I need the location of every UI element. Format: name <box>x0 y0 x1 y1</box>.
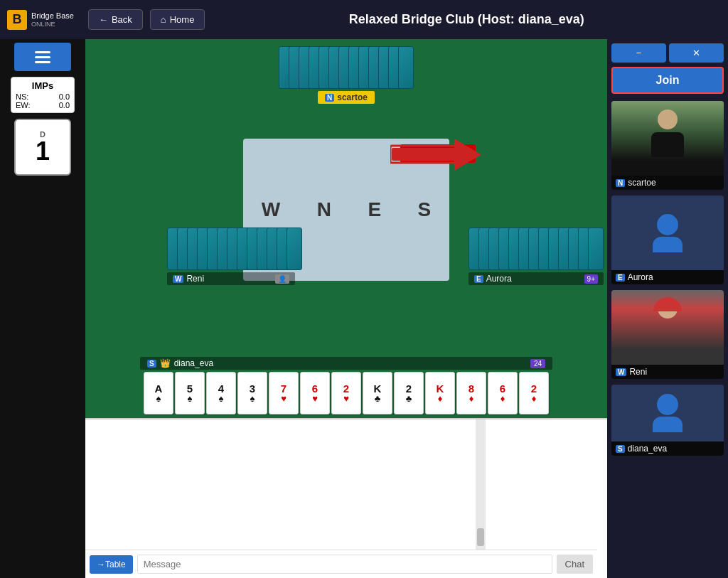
avatar-body <box>653 237 682 252</box>
message-input[interactable] <box>137 555 552 574</box>
north-letter: N <box>317 198 331 221</box>
logo-b-icon: B <box>7 10 27 30</box>
player-card-diana: S diana_eva <box>611 385 724 456</box>
logo-area: B Bridge Base ONLINE <box>7 10 74 30</box>
content-row: IMPs NS: 0.0 EW: 0.0 D 1 <box>0 39 728 578</box>
score-box: IMPs NS: 0.0 EW: 0.0 <box>11 77 75 113</box>
card-K-clubs[interactable]: K♣ <box>363 372 392 414</box>
card-K-diamonds[interactable]: K♦ <box>425 372 455 414</box>
diana-pos-badge: S <box>616 445 625 453</box>
dealer-box: D 1 <box>14 119 71 176</box>
south-score-badge: 24 <box>530 359 545 368</box>
east-player-name: Aurora <box>486 274 512 284</box>
reni-name: Reni <box>629 367 647 377</box>
north-player-badge: N scartoe <box>318 91 375 104</box>
header: B Bridge Base ONLINE ← Back ⌂ Home Relax… <box>0 0 728 39</box>
back-button[interactable]: ← Back <box>88 9 143 30</box>
player-name-strip-diana: S diana_eva <box>611 441 724 456</box>
right-top-buttons: − ✕ <box>607 39 728 67</box>
ew-label: EW: <box>16 101 31 109</box>
ns-value: 0.0 <box>59 92 70 101</box>
player-photo-reni <box>611 290 724 365</box>
left-panel: IMPs NS: 0.0 EW: 0.0 D 1 <box>0 39 85 578</box>
back-arrow-icon: ← <box>99 14 108 25</box>
avatar-head <box>657 394 678 415</box>
player-card-scartoe: N scartoe <box>611 101 724 190</box>
home-button[interactable]: ⌂ Home <box>150 9 205 30</box>
card-back <box>588 228 604 270</box>
home-icon: ⌂ <box>161 14 166 25</box>
south-letter: S <box>418 198 432 221</box>
close-button[interactable]: ✕ <box>669 43 724 63</box>
game-table: N scartoe W N E S <box>85 39 607 418</box>
dealer-number: 1 <box>36 139 50 164</box>
card-4-spades[interactable]: 4♠ <box>206 372 236 414</box>
scartoe-name: scartoe <box>628 178 655 188</box>
north-player-name: scartoe <box>337 92 368 102</box>
card-7-hearts[interactable]: 7♥ <box>269 372 299 414</box>
game-panel: N scartoe W N E S <box>85 39 607 578</box>
svg-rect-0 <box>392 148 456 161</box>
card-8-diamonds[interactable]: 8♦ <box>456 372 486 414</box>
west-hand: W Reni 👤 <box>167 228 302 285</box>
card-2-hearts[interactable]: 2♥ <box>331 372 361 414</box>
aurora-name: Aurora <box>628 272 653 282</box>
scrollbar-thumb[interactable] <box>477 528 484 546</box>
scrollbar[interactable] <box>476 419 486 550</box>
chat-send-button[interactable]: Chat <box>557 555 593 574</box>
card-A-spades[interactable]: A♠ <box>144 372 173 414</box>
card-5-spades[interactable]: 5♠ <box>175 372 205 414</box>
ns-label: NS: <box>16 92 28 101</box>
chat-input-row: →Table Chat <box>85 550 597 578</box>
reni-pos-badge: W <box>616 368 626 376</box>
logo-text: Bridge Base ONLINE <box>31 11 74 28</box>
menu-button[interactable] <box>14 43 71 71</box>
minimize-button[interactable]: − <box>611 43 666 63</box>
score-title: IMPs <box>16 80 70 91</box>
south-pos-badge: S <box>147 360 156 368</box>
west-pos-badge: W <box>173 275 183 283</box>
join-button[interactable]: Join <box>611 67 724 94</box>
card-back <box>398 46 414 89</box>
right-panel: − ✕ Join N scartoe <box>607 39 728 578</box>
west-player-badge: W Reni 👤 <box>167 272 295 285</box>
player-photo-scartoe <box>611 101 724 176</box>
south-cards: A♠ 5♠ 4♠ 3♠ <box>144 372 549 414</box>
aurora-avatar <box>611 196 724 270</box>
west-icon: 👤 <box>275 274 289 284</box>
page-title: Relaxed Bridge Club (Host: diana_eva) <box>212 12 721 27</box>
card-6-diamonds[interactable]: 6♦ <box>488 372 518 414</box>
card-2-clubs[interactable]: 2♣ <box>394 372 424 414</box>
card-back <box>287 228 302 270</box>
aurora-avatar-icon <box>653 214 682 252</box>
diana-avatar <box>611 385 724 441</box>
east-hand: E Aurora 9+ <box>469 228 604 285</box>
hamburger-icon <box>35 56 50 58</box>
arrow-indicator <box>390 135 483 177</box>
aurora-pos-badge: E <box>616 274 625 282</box>
card-2-diamonds[interactable]: 2♦ <box>519 372 549 414</box>
north-pos-badge: N <box>325 94 334 102</box>
east-pos-badge: E <box>474 275 483 283</box>
ew-value: 0.0 <box>59 101 70 109</box>
west-player-name: Reni <box>186 274 204 284</box>
diana-name: diana_eva <box>628 444 667 454</box>
east-score-badge: 9+ <box>584 274 598 284</box>
west-cards <box>167 228 302 270</box>
bottom-section: →Table Chat <box>85 418 607 578</box>
player-card-aurora: E Aurora <box>611 196 724 284</box>
east-cards <box>469 228 604 270</box>
table-button[interactable]: →Table <box>90 555 133 574</box>
compass-letters: W N E S <box>243 198 449 221</box>
ns-score-row: NS: 0.0 <box>16 92 70 101</box>
south-hand: S 👑 diana_eva 24 A♠ 5♠ <box>140 357 552 414</box>
player-card-reni: W Reni <box>611 290 724 379</box>
card-6-hearts[interactable]: 6♥ <box>300 372 330 414</box>
diana-avatar-icon <box>653 394 682 432</box>
north-hand: N scartoe <box>279 46 414 104</box>
south-player-name: diana_eva <box>174 358 213 368</box>
card-3-spades[interactable]: 3♠ <box>237 372 267 414</box>
player-name-strip-reni: W Reni <box>611 365 724 379</box>
avatar-body <box>653 417 682 432</box>
hamburger-icon <box>35 51 50 53</box>
